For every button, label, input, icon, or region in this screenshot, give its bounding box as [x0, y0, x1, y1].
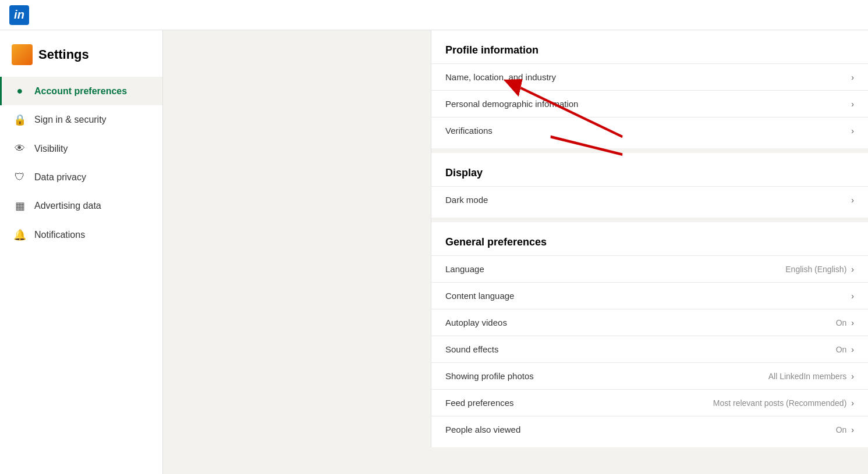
- content-area: Profile informationName, location, and i…: [163, 30, 868, 474]
- setting-value-text-sound-effects: On: [836, 345, 847, 354]
- setting-label-personal-demographic: Personal demographic information: [445, 99, 578, 109]
- setting-row-name-location-industry[interactable]: Name, location, and industry›: [431, 63, 868, 90]
- chevron-icon-personal-demographic: ›: [851, 99, 854, 109]
- setting-value-showing-profile-photos: All LinkedIn members›: [768, 372, 854, 381]
- sidebar-item-label-sign-in-security: Sign in & security: [34, 115, 107, 125]
- sidebar-item-label-notifications: Notifications: [34, 230, 85, 240]
- nav-icon-sign-in-security: 🔒: [13, 113, 26, 126]
- setting-label-name-location-industry: Name, location, and industry: [445, 72, 556, 82]
- setting-row-people-also-viewed[interactable]: People also viewedOn›: [431, 416, 868, 443]
- sidebar-item-data-privacy[interactable]: 🛡 Data privacy: [0, 163, 162, 191]
- chevron-icon-autoplay-videos: ›: [851, 318, 854, 327]
- setting-value-name-location-industry: ›: [851, 73, 854, 82]
- sidebar-item-sign-in-security[interactable]: 🔒 Sign in & security: [0, 105, 162, 134]
- sidebar-nav: ● Account preferences 🔒 Sign in & securi…: [0, 77, 162, 250]
- nav-icon-notifications: 🔔: [13, 229, 26, 241]
- chevron-icon-language: ›: [851, 265, 854, 274]
- setting-label-feed-preferences: Feed preferences: [445, 398, 514, 408]
- section-general-preferences: General preferencesLanguageEnglish (Engl…: [431, 222, 868, 447]
- setting-row-sound-effects[interactable]: Sound effectsOn›: [431, 336, 868, 362]
- setting-value-text-language: English (English): [785, 265, 846, 274]
- sidebar-item-label-data-privacy: Data privacy: [34, 172, 86, 183]
- setting-label-dark-mode: Dark mode: [445, 195, 488, 205]
- middle-spacer: [163, 30, 431, 474]
- section-title-profile-information: Profile information: [431, 44, 868, 63]
- setting-value-sound-effects: On›: [836, 345, 854, 354]
- setting-row-content-language[interactable]: Content language›: [431, 282, 868, 309]
- sidebar: Settings ● Account preferences 🔒 Sign in…: [0, 30, 163, 474]
- sidebar-title: Settings: [0, 44, 162, 77]
- setting-label-showing-profile-photos: Showing profile photos: [445, 371, 534, 381]
- setting-value-text-feed-preferences: Most relevant posts (Recommended): [713, 398, 847, 408]
- chevron-icon-verifications: ›: [851, 126, 854, 136]
- sidebar-item-notifications[interactable]: 🔔 Notifications: [0, 220, 162, 250]
- setting-label-people-also-viewed: People also viewed: [445, 425, 520, 434]
- chevron-icon-sound-effects: ›: [851, 345, 854, 354]
- setting-label-sound-effects: Sound effects: [445, 344, 498, 354]
- setting-value-text-autoplay-videos: On: [836, 318, 847, 327]
- setting-value-autoplay-videos: On›: [836, 318, 854, 327]
- setting-row-autoplay-videos[interactable]: Autoplay videosOn›: [431, 309, 868, 336]
- sidebar-title-text: Settings: [38, 47, 89, 62]
- chevron-icon-content-language: ›: [851, 291, 854, 301]
- section-profile-information: Profile informationName, location, and i…: [431, 30, 868, 153]
- chevron-icon-showing-profile-photos: ›: [851, 372, 854, 381]
- nav-icon-advertising-data: ▦: [13, 199, 26, 212]
- setting-label-language: Language: [445, 264, 484, 274]
- section-display: DisplayDark mode›: [431, 153, 868, 222]
- sidebar-item-visibility[interactable]: 👁 Visibility: [0, 134, 162, 163]
- chevron-icon-people-also-viewed: ›: [851, 425, 854, 434]
- setting-value-feed-preferences: Most relevant posts (Recommended)›: [713, 398, 854, 408]
- topbar: in: [0, 0, 868, 30]
- right-panel: Profile informationName, location, and i…: [431, 30, 868, 447]
- section-title-general-preferences: General preferences: [431, 236, 868, 255]
- setting-value-personal-demographic: ›: [851, 99, 854, 109]
- setting-row-verifications[interactable]: Verifications›: [431, 117, 868, 144]
- setting-value-people-also-viewed: On›: [836, 425, 854, 434]
- setting-row-showing-profile-photos[interactable]: Showing profile photosAll LinkedIn membe…: [431, 362, 868, 389]
- section-title-display: Display: [431, 167, 868, 186]
- nav-icon-visibility: 👁: [13, 142, 26, 155]
- overlay-container: Profile informationName, location, and i…: [431, 30, 868, 474]
- sidebar-item-account-preferences[interactable]: ● Account preferences: [0, 77, 162, 105]
- setting-row-dark-mode[interactable]: Dark mode›: [431, 186, 868, 213]
- chevron-icon-feed-preferences: ›: [851, 398, 854, 408]
- linkedin-logo: in: [9, 5, 29, 25]
- setting-label-verifications: Verifications: [445, 126, 493, 136]
- setting-value-language: English (English)›: [785, 265, 854, 274]
- setting-value-dark-mode: ›: [851, 195, 854, 205]
- setting-row-feed-preferences[interactable]: Feed preferencesMost relevant posts (Rec…: [431, 389, 868, 416]
- nav-icon-account-preferences: ●: [13, 85, 26, 97]
- setting-value-text-people-also-viewed: On: [836, 425, 847, 434]
- settings-avatar: [12, 44, 33, 65]
- setting-row-language[interactable]: LanguageEnglish (English)›: [431, 255, 868, 282]
- chevron-icon-name-location-industry: ›: [851, 73, 854, 82]
- setting-label-autoplay-videos: Autoplay videos: [445, 318, 507, 327]
- sidebar-item-label-advertising-data: Advertising data: [34, 201, 101, 211]
- sidebar-item-advertising-data[interactable]: ▦ Advertising data: [0, 191, 162, 220]
- sidebar-item-label-visibility: Visibility: [34, 144, 68, 154]
- main-layout: Settings ● Account preferences 🔒 Sign in…: [0, 30, 868, 474]
- setting-value-text-showing-profile-photos: All LinkedIn members: [768, 372, 847, 381]
- nav-icon-data-privacy: 🛡: [13, 171, 26, 183]
- setting-value-verifications: ›: [851, 126, 854, 136]
- chevron-icon-dark-mode: ›: [851, 195, 854, 205]
- setting-label-content-language: Content language: [445, 291, 514, 301]
- sidebar-item-label-account-preferences: Account preferences: [34, 86, 127, 97]
- setting-row-personal-demographic[interactable]: Personal demographic information›: [431, 90, 868, 117]
- setting-value-content-language: ›: [851, 291, 854, 301]
